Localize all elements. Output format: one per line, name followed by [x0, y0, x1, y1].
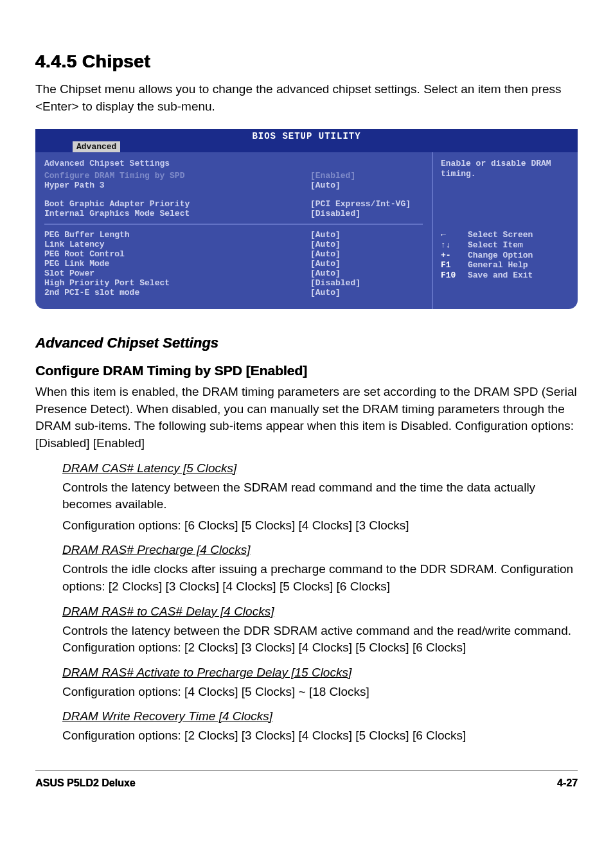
bios-item: PEG Link Mode [Auto] — [44, 259, 423, 269]
bios-item-label: Hyper Path 3 — [44, 181, 310, 190]
bios-item-label: High Priority Port Select — [44, 278, 310, 288]
bios-item-value: [Auto] — [310, 249, 423, 259]
subitem-body: Configuration options: [4 Clocks] [5 Clo… — [62, 684, 578, 701]
bios-item-value: [Auto] — [310, 240, 423, 249]
subitem-title: DRAM RAS# Activate to Precharge Delay [1… — [62, 666, 578, 680]
subitem-opts: Configuration options: [6 Clocks] [5 Clo… — [62, 517, 578, 535]
bios-item-label: Internal Graphics Mode Select — [44, 209, 310, 218]
subitem-title: DRAM CAS# Latency [5 Clocks] — [62, 461, 578, 475]
legend-row: ← Select Screen — [441, 230, 570, 240]
subitem-title: DRAM Write Recovery Time [4 Clocks] — [62, 709, 578, 723]
bios-help-text: Enable or disable DRAM timing. — [441, 159, 570, 179]
bios-item: Slot Power [Auto] — [44, 269, 423, 278]
bios-item: PEG Root Control [Auto] — [44, 249, 423, 259]
legend-key: F10 — [441, 270, 461, 281]
subitem-body: Controls the idle clocks after issuing a… — [62, 561, 578, 595]
item-heading: Configure DRAM Timing by SPD [Enabled] — [35, 363, 578, 378]
bios-tab-advanced: Advanced — [73, 141, 120, 152]
bios-item: Boot Graphic Adapter Priority [PCI Expre… — [44, 199, 423, 209]
footer-product: ASUS P5LD2 Deluxe — [35, 777, 136, 789]
legend-row: F1 General Help — [441, 260, 570, 270]
bios-item-value: [Auto] — [310, 259, 423, 269]
legend-key: F1 — [441, 260, 461, 270]
bios-item: 2nd PCI-E slot mode [Auto] — [44, 288, 423, 297]
subitems: DRAM CAS# Latency [5 Clocks] Controls th… — [35, 461, 578, 745]
legend-row: F10 Save and Exit — [441, 270, 570, 281]
legend-desc: Save and Exit — [468, 270, 533, 281]
bios-item-value: [PCI Express/Int-VG] — [310, 199, 423, 209]
legend-row: ↑↓ Select Item — [441, 240, 570, 251]
subitem-title: DRAM RAS# to CAS# Delay [4 Clocks] — [62, 605, 578, 619]
bios-screenshot: BIOS SETUP UTILITY Advanced Advanced Chi… — [35, 129, 578, 309]
bios-item: Internal Graphics Mode Select [Disabled] — [44, 209, 423, 218]
legend-key: +- — [441, 251, 461, 261]
legend-desc: Change Option — [468, 251, 533, 261]
bios-group-title: Advanced Chipset Settings — [44, 159, 423, 168]
subitem-body: Controls the latency between the SDRAM r… — [62, 479, 578, 513]
bios-body: Advanced Chipset Settings Configure DRAM… — [35, 152, 578, 309]
bios-tab-row: Advanced — [35, 141, 578, 152]
bios-item: Configure DRAM Timing by SPD [Enabled] — [44, 171, 423, 181]
bios-item-value: [Disabled] — [310, 209, 423, 218]
bios-item-label: Slot Power — [44, 269, 310, 278]
legend-desc: General Help — [468, 260, 528, 270]
page-footer: ASUS P5LD2 Deluxe 4-27 — [35, 770, 578, 789]
bios-item-value: [Enabled] — [310, 171, 423, 181]
bios-item: Hyper Path 3 [Auto] — [44, 181, 423, 190]
bios-titlebar: BIOS SETUP UTILITY — [35, 129, 578, 141]
bios-item-label: Boot Graphic Adapter Priority — [44, 199, 310, 209]
bios-item-label: Link Latency — [44, 240, 310, 249]
bios-item: Link Latency [Auto] — [44, 240, 423, 249]
bios-item-value: [Auto] — [310, 230, 423, 240]
legend-desc: Select Screen — [468, 230, 533, 240]
legend-row: +- Change Option — [441, 251, 570, 261]
bios-left-pane: Advanced Chipset Settings Configure DRAM… — [35, 152, 433, 309]
footer-page-number: 4-27 — [557, 777, 578, 789]
subitem-title: DRAM RAS# Precharge [4 Clocks] — [62, 543, 578, 557]
bios-divider — [44, 224, 423, 225]
section-heading: 4.4.5 Chipset — [35, 51, 578, 72]
bios-item-label: PEG Buffer Length — [44, 230, 310, 240]
bios-item: High Priority Port Select [Disabled] — [44, 278, 423, 288]
subsection-heading: Advanced Chipset Settings — [35, 335, 578, 351]
bios-item: PEG Buffer Length [Auto] — [44, 230, 423, 240]
bios-item-label: Configure DRAM Timing by SPD — [44, 171, 310, 181]
bios-item-value: [Auto] — [310, 269, 423, 278]
arrow-left-icon: ← — [441, 230, 461, 240]
subitem-body: Controls the latency between the DDR SDR… — [62, 623, 578, 657]
subitem-body: Configuration options: [2 Clocks] [3 Clo… — [62, 727, 578, 745]
item-body: When this item is enabled, the DRAM timi… — [35, 384, 578, 452]
arrows-updown-icon: ↑↓ — [441, 240, 461, 251]
bios-item-label: PEG Root Control — [44, 249, 310, 259]
bios-item-value: [Auto] — [310, 181, 423, 190]
bios-item-label: 2nd PCI-E slot mode — [44, 288, 310, 297]
legend-desc: Select Item — [468, 240, 523, 251]
bios-item-label: PEG Link Mode — [44, 259, 310, 269]
bios-item-value: [Disabled] — [310, 278, 423, 288]
intro-text: The Chipset menu allows you to change th… — [35, 81, 578, 115]
bios-item-value: [Auto] — [310, 288, 423, 297]
bios-right-pane: Enable or disable DRAM timing. ← Select … — [433, 152, 578, 309]
